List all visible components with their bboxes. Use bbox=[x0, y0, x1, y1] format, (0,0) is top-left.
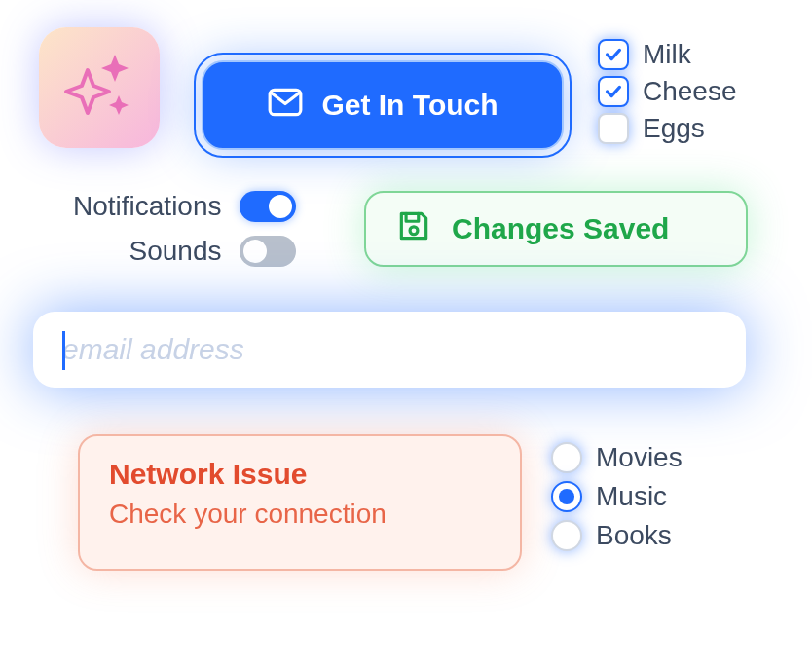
radio-icon bbox=[551, 442, 582, 473]
sparkle-icon bbox=[60, 47, 138, 129]
get-in-touch-label: Get In Touch bbox=[321, 89, 498, 122]
toggle-row-sounds: Sounds bbox=[73, 236, 296, 267]
radio-icon bbox=[551, 520, 582, 551]
error-title: Network Issue bbox=[109, 458, 491, 491]
checkbox-icon bbox=[598, 39, 629, 70]
checkbox-list: Milk Cheese Eggs bbox=[598, 39, 737, 144]
envelope-icon bbox=[267, 84, 304, 128]
radio-item-music[interactable]: Music bbox=[551, 481, 683, 512]
checkbox-item-eggs[interactable]: Eggs bbox=[598, 113, 737, 144]
changes-saved-card: Changes Saved bbox=[364, 191, 748, 267]
svg-point-1 bbox=[410, 226, 418, 234]
checkbox-item-cheese[interactable]: Cheese bbox=[598, 76, 737, 107]
radio-list: Movies Music Books bbox=[551, 442, 683, 551]
notifications-toggle[interactable] bbox=[240, 191, 296, 222]
email-input[interactable] bbox=[33, 312, 746, 388]
radio-icon bbox=[551, 481, 582, 512]
sparkle-card bbox=[39, 27, 160, 148]
checkbox-label: Milk bbox=[643, 39, 691, 70]
save-icon bbox=[395, 207, 432, 251]
checkbox-label: Eggs bbox=[643, 113, 705, 144]
radio-item-movies[interactable]: Movies bbox=[551, 442, 683, 473]
toggle-label: Sounds bbox=[129, 236, 222, 267]
radio-label: Books bbox=[596, 520, 672, 551]
radio-item-books[interactable]: Books bbox=[551, 520, 683, 551]
toggle-knob bbox=[243, 240, 267, 263]
checkbox-icon bbox=[598, 76, 629, 107]
toggle-label: Notifications bbox=[73, 191, 222, 222]
toggle-knob bbox=[269, 195, 292, 218]
checkbox-item-milk[interactable]: Milk bbox=[598, 39, 737, 70]
changes-saved-label: Changes Saved bbox=[452, 212, 669, 245]
toggle-row-notifications: Notifications bbox=[73, 191, 296, 222]
get-in-touch-button[interactable]: Get In Touch bbox=[202, 60, 564, 150]
toggle-group: Notifications Sounds bbox=[73, 191, 296, 267]
sounds-toggle[interactable] bbox=[240, 236, 296, 267]
radio-label: Movies bbox=[596, 442, 683, 473]
checkbox-icon bbox=[598, 113, 629, 144]
radio-label: Music bbox=[596, 481, 667, 512]
text-cursor bbox=[62, 331, 65, 370]
network-error-card: Network Issue Check your connection bbox=[78, 434, 522, 571]
checkbox-label: Cheese bbox=[643, 76, 737, 107]
radio-dot-icon bbox=[559, 489, 574, 504]
error-body: Check your connection bbox=[109, 499, 491, 530]
